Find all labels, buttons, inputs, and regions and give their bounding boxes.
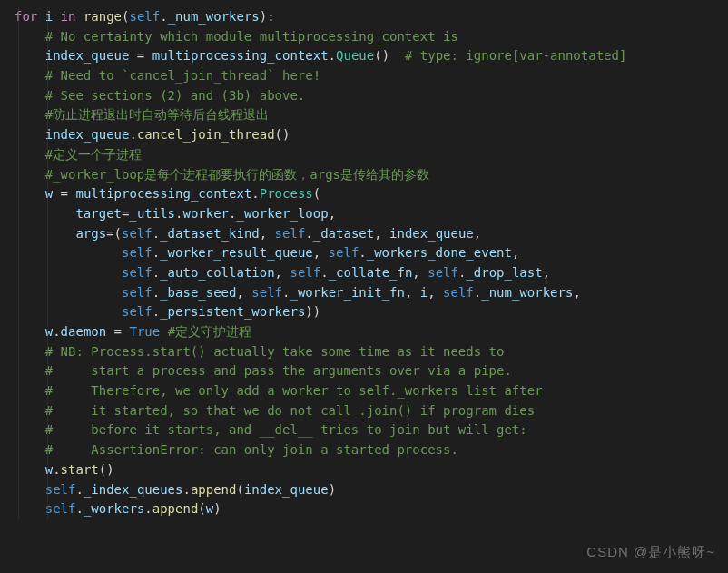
comment: # Therefore, we only add a worker to sel… (15, 383, 543, 398)
class-process: Process (260, 186, 313, 201)
comment: # AssertionError: can only join a starte… (15, 442, 458, 457)
comment: # No certainty which module multiprocess… (15, 29, 458, 44)
var-index-queue: index_queue (15, 48, 129, 63)
kwarg-target: target (15, 206, 122, 221)
comment-cn: #定义一个子进程 (15, 147, 142, 162)
comment-cn: #防止进程退出时自动等待后台线程退出 (15, 107, 269, 122)
comment-cn: #_worker_loop是每个进程都要执行的函数，args是传给其的参数 (15, 167, 429, 182)
const-true: True (129, 324, 160, 339)
comment: # See sections (2) and (3b) above. (15, 88, 305, 103)
self: self (129, 9, 160, 24)
type-comment: # type: ignore[var-annotated] (405, 48, 626, 63)
comment: # it started, so that we do not call .jo… (15, 403, 535, 418)
var-w: w (15, 186, 53, 201)
comment: # start a process and pass the arguments… (15, 363, 512, 378)
kwarg-args: args (15, 226, 106, 241)
watermark: CSDN @是小熊呀~ (586, 541, 715, 562)
code-block: for i in range(self._num_workers): # No … (15, 7, 728, 519)
comment: # before it starts, and __del__ tries to… (15, 422, 527, 437)
code-content: for i in range(self._num_workers): # No … (15, 7, 728, 519)
comment: # Need to `cancel_join_thread` here! (15, 68, 320, 83)
attr-daemon: daemon (61, 324, 107, 339)
comment-cn: #定义守护进程 (168, 324, 251, 339)
comment: # NB: Process.start() actually take some… (15, 344, 504, 359)
func-append: append (152, 501, 199, 516)
var-i: i (37, 9, 60, 24)
func-append: append (191, 482, 237, 497)
class-queue: Queue (336, 48, 374, 63)
keyword-in: in (61, 9, 76, 24)
func-cancel-join-thread: cancel_join_thread (137, 127, 275, 142)
func-start: start (61, 462, 99, 477)
keyword-for: for (15, 9, 37, 24)
func-range: range (84, 9, 122, 24)
